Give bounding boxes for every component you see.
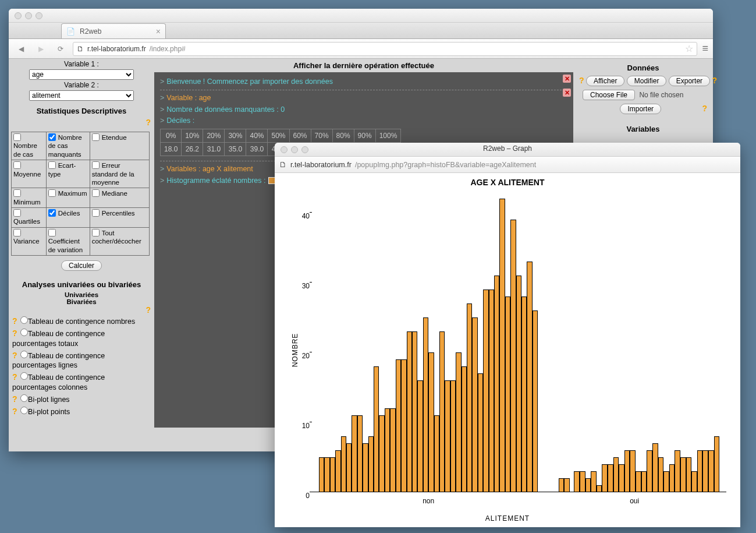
bar (521, 296, 527, 492)
bar (697, 450, 703, 492)
bookmark-star-icon[interactable]: ☆ (685, 43, 693, 54)
back-button[interactable]: ◀ (13, 43, 29, 55)
bar (624, 450, 630, 492)
reload-button[interactable]: ⟳ (53, 43, 68, 55)
var2-select[interactable]: alitement (29, 90, 134, 101)
chk-max[interactable] (48, 189, 56, 197)
forward-button[interactable]: ▶ (33, 43, 48, 55)
choose-file-button[interactable]: Choose File (583, 90, 635, 100)
bar (580, 471, 585, 492)
chk-err-std[interactable] (92, 161, 100, 169)
browser-tab[interactable]: 📄 R2web × (61, 23, 166, 38)
bar (602, 464, 608, 492)
bar (401, 359, 406, 492)
radio-biplot-points[interactable] (20, 407, 28, 414)
y-axis-label: NOMBRE (291, 333, 299, 368)
bar (467, 303, 472, 492)
graph-popup-window: R2web – Graph 🗋 r.tel-laboratorium.fr/po… (275, 143, 740, 527)
chk-coef[interactable] (48, 229, 56, 237)
tab-title: R2web (80, 27, 101, 36)
chk-ecart[interactable] (48, 161, 56, 169)
y-tick-label: 10 (296, 422, 310, 430)
donnees-title: Données (579, 63, 707, 72)
help-icon[interactable]: ? (712, 76, 717, 85)
bar (363, 443, 368, 492)
radio-conting-nombres[interactable] (20, 316, 28, 324)
close-line-icon[interactable]: ✕ (563, 75, 571, 83)
lbl-variance: Variance (13, 238, 40, 245)
close-tab-icon[interactable]: × (156, 27, 161, 36)
decile-header: 30% (225, 129, 246, 143)
chk-etendue[interactable] (92, 133, 100, 141)
chk-nombre-cas[interactable] (13, 133, 21, 141)
help-icon[interactable]: ? (145, 118, 151, 127)
analyses-title: Analyses univariées ou bivariées (12, 280, 151, 289)
descriptive-stats-title: Statistiques Descriptives (9, 107, 154, 115)
lbl-biplot-lignes: Bi-plot lignes (28, 396, 70, 404)
minimize-light[interactable] (291, 146, 298, 153)
var1-select[interactable]: age (29, 69, 134, 80)
radio-conting-lignes[interactable] (20, 351, 28, 358)
help-icon[interactable]: ? (12, 328, 17, 339)
help-icon[interactable]: ? (12, 394, 17, 405)
zoom-light[interactable] (301, 146, 308, 153)
chk-moyenne[interactable] (13, 161, 21, 169)
category-label: non (319, 497, 538, 505)
decile-header: 10% (182, 129, 203, 143)
popup-url-bar[interactable]: 🗋 r.tel-laboratorium.fr/popupImg.php?gra… (275, 157, 740, 173)
lbl-min: Minimum (13, 199, 41, 206)
bar (462, 366, 467, 492)
bar (613, 457, 619, 492)
chk-percentiles[interactable] (92, 209, 100, 217)
radio-biplot-lignes[interactable] (20, 394, 28, 402)
missing-line: Nombre de données manquantes : 0 (166, 105, 285, 114)
chk-mediane[interactable] (92, 189, 100, 197)
chk-quartiles[interactable] (13, 209, 21, 217)
help-icon[interactable]: ? (145, 305, 151, 315)
exporter-button[interactable]: Exporter (669, 76, 710, 86)
tab-bar: 📄 R2web × (9, 23, 713, 39)
bar (417, 380, 423, 492)
chk-deciles[interactable] (48, 209, 56, 217)
modifier-button[interactable]: Modifier (627, 76, 667, 86)
help-icon[interactable]: ? (12, 372, 17, 383)
afficher-button[interactable]: Afficher (586, 76, 624, 86)
url-host: r.tel-laboratorium.fr (87, 45, 146, 53)
chk-min[interactable] (13, 189, 21, 197)
calculer-button[interactable]: Calculer (61, 260, 102, 271)
bar (385, 408, 390, 492)
help-icon[interactable]: ? (12, 406, 17, 417)
close-light[interactable] (15, 12, 22, 19)
radio-conting-colonnes[interactable] (20, 372, 28, 380)
browser-menu-icon[interactable]: ≡ (702, 43, 708, 55)
help-icon[interactable]: ? (579, 76, 584, 85)
radio-conting-totaux[interactable] (20, 329, 28, 336)
deciles-line: Déciles : (166, 117, 194, 125)
decile-header: 90% (354, 129, 375, 143)
traffic-lights (15, 12, 42, 19)
chk-tout[interactable] (92, 229, 100, 237)
bar (494, 276, 499, 492)
bar (357, 415, 363, 492)
close-line-icon[interactable]: ✕ (563, 89, 571, 97)
bar (330, 457, 335, 492)
bar (368, 436, 374, 492)
stats-checkbox-table: Nombre de cas Nombre de cas manquants Et… (11, 132, 150, 256)
chk-variance[interactable] (13, 229, 21, 237)
close-light[interactable] (281, 146, 288, 153)
bar (396, 359, 401, 492)
url-bar[interactable]: 🗋 r.tel-laboratorium.fr/index.php# ☆ (73, 42, 697, 56)
y-tick-label: 20 (296, 352, 310, 360)
help-icon[interactable]: ? (702, 104, 707, 113)
decile-header: 20% (203, 129, 225, 143)
popup-titlebar: R2web – Graph (275, 143, 740, 157)
bar (636, 471, 641, 492)
bar (585, 478, 591, 492)
help-icon[interactable]: ? (12, 316, 17, 327)
minimize-light[interactable] (25, 12, 32, 19)
bar (564, 478, 570, 492)
help-icon[interactable]: ? (12, 350, 17, 361)
zoom-light[interactable] (36, 12, 42, 19)
importer-button[interactable]: Importer (620, 104, 661, 114)
chk-nb-manquants[interactable] (48, 133, 56, 141)
